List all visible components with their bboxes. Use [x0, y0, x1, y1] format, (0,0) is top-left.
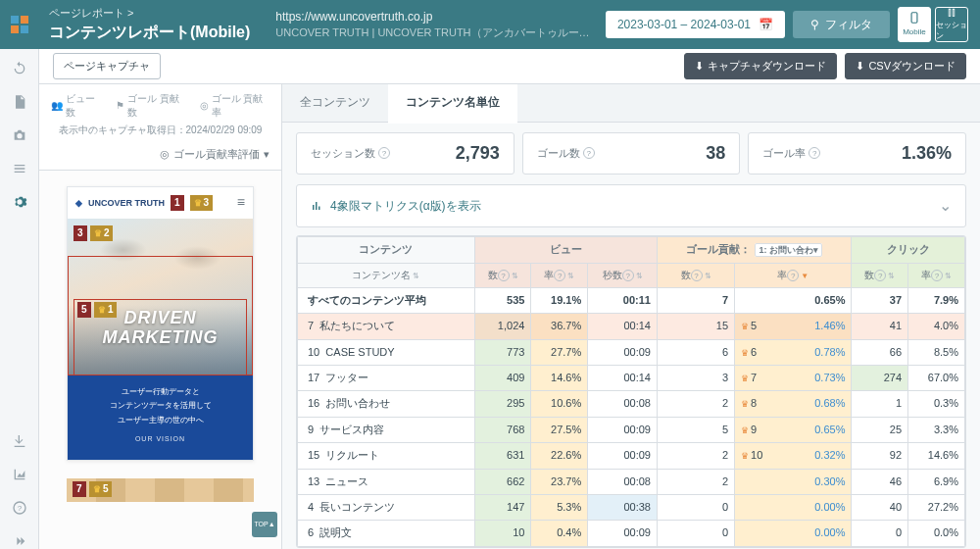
chevron-down-icon: ▾	[264, 147, 270, 162]
breadcrumb-parent[interactable]: ページレポート >	[49, 6, 250, 21]
page-url: https://www.uncovertruth.co.jp	[275, 9, 590, 25]
page-capture-button[interactable]: ページキャプチャ	[53, 53, 161, 79]
help-icon[interactable]: ?	[12, 500, 27, 516]
date-range-text: 2023-03-01 – 2024-03-01	[617, 17, 751, 33]
col-goal-rate[interactable]: 率?▼	[735, 263, 852, 287]
table-row[interactable]: 17 フッター40914.6%00:143♛70.73%27467.0%	[298, 365, 965, 390]
preview-phone[interactable]: ◆UNCOVER TRUTH 1 ♛3 ≡ 3 ♛2	[67, 186, 254, 460]
device-session[interactable]: セッション	[935, 7, 968, 42]
stat-goal-rate: ゴール率? 1.36%	[748, 132, 966, 175]
target-icon: ◎	[200, 99, 209, 113]
table-row[interactable]: 10 CASE STUDY77327.7%00:096♛60.78%668.5%	[298, 339, 965, 365]
table-row[interactable]: 13 ニュース66223.7%00:0820.30%466.9%	[298, 469, 965, 494]
col-goal-count[interactable]: 数?⇅	[657, 263, 734, 287]
col-view-count[interactable]: 数?⇅	[474, 263, 531, 287]
metric-tabs: 👥ビュー数 ⚑ゴール 貢献数 ◎ゴール 貢献率	[39, 84, 281, 124]
col-group-content: コンテンツ	[298, 237, 475, 263]
sidebar: ?	[0, 49, 39, 549]
svg-rect-1	[949, 9, 951, 16]
stat-sessions: セッション数? 2,793	[296, 132, 514, 175]
flag-icon: ⚑	[116, 99, 124, 113]
page-preview: ◆UNCOVER TRUTH 1 ♛3 ≡ 3 ♛2	[39, 171, 281, 549]
goal-selector[interactable]: 1: お問い合わ▾	[755, 243, 822, 257]
hamburger-icon: ≡	[237, 193, 245, 213]
list-icon[interactable]	[12, 161, 27, 176]
app-header: ページレポート > コンテンツレポート(Mobile) https://www.…	[0, 0, 980, 49]
calendar-icon: 📅	[759, 17, 773, 33]
table-row[interactable]: 15 リクルート63122.6%00:092♛100.32%9214.6%	[298, 443, 965, 469]
download-icon: ⬇	[695, 59, 704, 74]
chart-icon[interactable]	[12, 467, 27, 482]
data-panel: 全コンテンツ コンテンツ名単位 セッション数? 2,793 ゴール数? 38 ゴ…	[282, 84, 980, 549]
goal-eval-selector[interactable]: ◎ ゴール貢献率評価 ▾	[39, 143, 281, 171]
content-tabs: 全コンテンツ コンテンツ名単位	[282, 84, 980, 123]
help-icon[interactable]: ?	[808, 147, 820, 159]
rank-badge-5y: ♛5	[89, 481, 113, 497]
filter-icon: ⚲	[810, 18, 819, 31]
download-icon[interactable]	[12, 433, 27, 449]
app-logo[interactable]	[0, 0, 39, 49]
content-table: コンテンツ ビュー ゴール貢献：1: お問い合わ▾ クリック コンテンツ名⇅ 数…	[296, 235, 966, 547]
filter-button[interactable]: ⚲フィルタ	[793, 11, 890, 39]
preview-hero: 3 ♛2 5 ♛1 DRIVEN MARKETING	[68, 219, 253, 375]
toolbar: ページキャプチャ ⬇キャプチャダウンロード ⬇CSVダウンロード	[39, 49, 980, 84]
matrix-toggle[interactable]: 4象限マトリクス(α版)を表示 ⌄	[296, 184, 966, 227]
rank-badge-1: 1	[171, 195, 184, 211]
collapse-icon[interactable]	[12, 533, 27, 549]
rank-badge-7: 7	[73, 481, 86, 497]
date-range-picker[interactable]: 2023-03-01 – 2024-03-01 📅	[606, 11, 785, 39]
capture-timestamp: 表示中のキャプチャ取得日：2024/02/29 09:09	[39, 124, 281, 143]
preview-desc: ユーザー行動データと コンテンツデータを活用して ユーザー主導の世の中へ OUR…	[68, 375, 253, 460]
gear-icon[interactable]	[12, 194, 27, 210]
col-group-click: クリック	[852, 237, 965, 263]
col-view-sec[interactable]: 秒数?⇅	[588, 263, 658, 287]
metric-goal-count[interactable]: ⚑ゴール 貢献数	[116, 92, 185, 120]
session-icon	[945, 8, 958, 18]
col-group-goal: ゴール貢献：1: お問い合わ▾	[657, 237, 851, 263]
device-toggle: Mobile セッション	[898, 7, 968, 42]
summary-stats: セッション数? 2,793 ゴール数? 38 ゴール率? 1.36%	[282, 123, 980, 184]
page-desc: UNCOVER TRUTH | UNCOVER TRUTH（アンカバートゥルース…	[275, 25, 590, 40]
download-icon: ⬇	[856, 59, 864, 74]
col-view-rate[interactable]: 率?⇅	[531, 263, 588, 287]
preview-header: ◆UNCOVER TRUTH 1 ♛3 ≡	[68, 187, 253, 219]
metric-views[interactable]: 👥ビュー数	[51, 92, 102, 120]
help-icon[interactable]: ?	[583, 147, 595, 159]
col-click-rate[interactable]: 率?⇅	[908, 263, 965, 287]
tab-by-content-name[interactable]: コンテンツ名単位	[388, 84, 517, 123]
col-click-count[interactable]: 数?⇅	[852, 263, 908, 287]
page-url-block: https://www.uncovertruth.co.jp UNCOVER T…	[260, 5, 606, 44]
bar-chart-icon	[311, 200, 322, 212]
csv-download-button[interactable]: ⬇CSVダウンロード	[845, 53, 966, 79]
table-row[interactable]: 6 説明文100.4%00:0900.00%00.0%	[298, 521, 965, 546]
table-row[interactable]: 4 長いコンテンツ1475.3%00:3800.00%4027.2%	[298, 494, 965, 520]
breadcrumb: ページレポート > コンテンツレポート(Mobile)	[39, 2, 260, 47]
table-row[interactable]: 9 サービス内容76827.5%00:095♛90.65%253.3%	[298, 417, 965, 442]
table-row[interactable]: 7 私たちについて1,02436.7%00:1415♛51.46%414.0%	[298, 314, 965, 339]
camera-icon[interactable]	[12, 127, 27, 143]
document-icon[interactable]	[12, 94, 27, 110]
capture-download-button[interactable]: ⬇キャプチャダウンロード	[684, 53, 837, 79]
table-row[interactable]: 16 お問い合わせ29510.6%00:082♛80.68%10.3%	[298, 391, 965, 417]
col-content-name[interactable]: コンテンツ名⇅	[298, 263, 475, 287]
preview-strip: 7 ♛5	[67, 478, 254, 502]
rank-badge-3l: 3	[74, 225, 87, 241]
target-icon: ◎	[160, 147, 170, 162]
table-row-average: すべてのコンテンツ平均 535 19.1% 00:11 7 0.65% 37 7…	[298, 287, 965, 313]
stat-goals: ゴール数? 38	[522, 132, 741, 175]
svg-text:?: ?	[17, 504, 22, 513]
page-title: コンテンツレポート(Mobile)	[49, 22, 250, 43]
metric-goal-rate[interactable]: ◎ゴール 貢献率	[200, 92, 270, 120]
device-mobile[interactable]: Mobile	[898, 7, 931, 42]
refresh-icon[interactable]	[12, 61, 27, 76]
scroll-top-button[interactable]: TOP▲	[252, 512, 277, 537]
rank-badge-2: ♛2	[90, 225, 114, 241]
chevron-down-icon: ⌄	[939, 195, 952, 217]
col-group-view: ビュー	[474, 237, 657, 263]
tab-all-contents[interactable]: 全コンテンツ	[282, 84, 388, 122]
svg-rect-2	[953, 9, 955, 16]
help-icon[interactable]: ?	[378, 147, 390, 159]
user-icon: 👥	[51, 99, 63, 113]
rank-badge-3: ♛3	[190, 195, 214, 211]
preview-panel: 👥ビュー数 ⚑ゴール 貢献数 ◎ゴール 貢献率 表示中のキャプチャ取得日：202…	[39, 84, 282, 549]
